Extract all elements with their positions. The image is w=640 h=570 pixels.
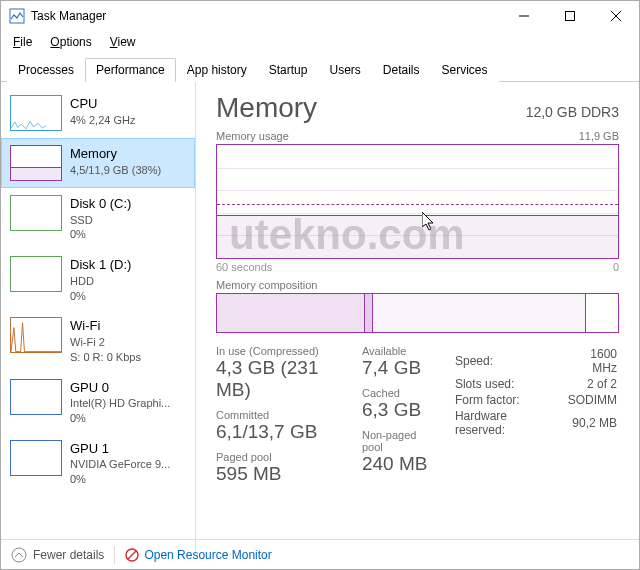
chart-time-left: 60 seconds xyxy=(216,261,272,273)
stat-label-committed: Committed xyxy=(216,409,338,421)
sidebar-item-label: Disk 0 (C:) xyxy=(70,195,131,213)
close-button[interactable] xyxy=(593,1,639,31)
stat-value-nonpaged: 240 MB xyxy=(362,453,429,475)
cpu-thumbnail-chart xyxy=(10,95,62,131)
chart-time-right: 0 xyxy=(613,261,619,273)
window-title: Task Manager xyxy=(31,9,501,23)
tab-services[interactable]: Services xyxy=(431,58,499,82)
usage-chart-max: 11,9 GB xyxy=(579,130,619,142)
minimize-button[interactable] xyxy=(501,1,547,31)
composition-chart-label: Memory composition xyxy=(216,279,317,291)
sidebar-item-cpu[interactable]: CPU 4% 2,24 GHz xyxy=(1,88,195,138)
performance-sidebar: CPU 4% 2,24 GHz Memory 4,5/11,9 GB (38%)… xyxy=(1,82,196,555)
stat-value-available: 7,4 GB xyxy=(362,357,429,379)
stat-value-committed: 6,1/13,7 GB xyxy=(216,421,338,443)
sidebar-item-gpu0[interactable]: GPU 0 Intel(R) HD Graphi... 0% xyxy=(1,372,195,433)
sidebar-item-detail: NVIDIA GeForce 9... xyxy=(70,457,170,472)
task-manager-icon xyxy=(9,8,25,24)
sidebar-item-detail: SSD xyxy=(70,213,131,228)
tab-details[interactable]: Details xyxy=(372,58,431,82)
page-title: Memory xyxy=(216,92,317,124)
sidebar-item-wifi[interactable]: Wi-Fi Wi-Fi 2 S: 0 R: 0 Kbps xyxy=(1,310,195,371)
sidebar-item-detail: 4,5/11,9 GB (38%) xyxy=(70,163,161,178)
tab-startup[interactable]: Startup xyxy=(258,58,319,82)
sidebar-item-detail: HDD xyxy=(70,274,131,289)
svg-rect-2 xyxy=(566,12,575,21)
info-label-form: Form factor: xyxy=(455,393,563,407)
menubar: File Options View xyxy=(1,31,639,53)
fewer-details-button[interactable]: Fewer details xyxy=(11,547,104,563)
usage-chart-label: Memory usage xyxy=(216,130,289,142)
stat-value-cached: 6,3 GB xyxy=(362,399,429,421)
sidebar-item-label: Memory xyxy=(70,145,161,163)
sidebar-item-label: Disk 1 (D:) xyxy=(70,256,131,274)
stat-label-available: Available xyxy=(362,345,429,357)
titlebar: Task Manager xyxy=(1,1,639,31)
info-label-slots: Slots used: xyxy=(455,377,563,391)
divider xyxy=(114,546,115,564)
tab-app-history[interactable]: App history xyxy=(176,58,258,82)
sidebar-item-detail2: S: 0 R: 0 Kbps xyxy=(70,350,141,365)
gpu-thumbnail-chart xyxy=(10,379,62,415)
info-label-reserved: Hardware reserved: xyxy=(455,409,563,437)
stat-label-nonpaged: Non-paged pool xyxy=(362,429,429,453)
tab-users[interactable]: Users xyxy=(318,58,371,82)
sidebar-item-detail: 4% 2,24 GHz xyxy=(70,113,135,128)
sidebar-item-detail2: 0% xyxy=(70,289,131,304)
svg-point-5 xyxy=(12,548,26,562)
menu-options[interactable]: Options xyxy=(42,33,99,51)
info-value-form: SODIMM xyxy=(565,393,617,407)
svg-line-7 xyxy=(128,551,136,559)
stat-label-cached: Cached xyxy=(362,387,429,399)
footer-bar: Fewer details Open Resource Monitor xyxy=(1,539,639,569)
info-value-speed: 1600 MHz xyxy=(565,347,617,375)
stat-label-inuse: In use (Compressed) xyxy=(216,345,338,357)
sidebar-item-detail: Wi-Fi 2 xyxy=(70,335,141,350)
info-value-reserved: 90,2 MB xyxy=(565,409,617,437)
sidebar-item-detail: Intel(R) HD Graphi... xyxy=(70,396,170,411)
disk-thumbnail-chart xyxy=(10,195,62,231)
sidebar-item-disk0[interactable]: Disk 0 (C:) SSD 0% xyxy=(1,188,195,249)
memory-thumbnail-chart xyxy=(10,145,62,181)
gpu-thumbnail-chart xyxy=(10,440,62,476)
sidebar-item-gpu1[interactable]: GPU 1 NVIDIA GeForce 9... 0% xyxy=(1,433,195,494)
stat-label-paged: Paged pool xyxy=(216,451,338,463)
memory-info-table: Speed:1600 MHz Slots used:2 of 2 Form fa… xyxy=(453,345,619,439)
sidebar-item-detail2: 0% xyxy=(70,227,131,242)
sidebar-item-label: GPU 0 xyxy=(70,379,170,397)
sidebar-item-label: CPU xyxy=(70,95,135,113)
info-value-slots: 2 of 2 xyxy=(565,377,617,391)
sidebar-item-disk1[interactable]: Disk 1 (D:) HDD 0% xyxy=(1,249,195,310)
tab-bar: Processes Performance App history Startu… xyxy=(1,53,639,82)
tab-performance[interactable]: Performance xyxy=(85,58,176,82)
memory-capacity: 12,0 GB DDR3 xyxy=(526,104,619,120)
watermark-text: utekno.com xyxy=(229,211,465,259)
sidebar-item-label: GPU 1 xyxy=(70,440,170,458)
sidebar-item-detail2: 0% xyxy=(70,411,170,426)
tab-processes[interactable]: Processes xyxy=(7,58,85,82)
info-label-speed: Speed: xyxy=(455,347,563,375)
stat-value-inuse: 4,3 GB (231 MB) xyxy=(216,357,338,401)
sidebar-item-detail2: 0% xyxy=(70,472,170,487)
disk-thumbnail-chart xyxy=(10,256,62,292)
menu-view[interactable]: View xyxy=(102,33,144,51)
maximize-button[interactable] xyxy=(547,1,593,31)
sidebar-item-label: Wi-Fi xyxy=(70,317,141,335)
open-resource-monitor-label: Open Resource Monitor xyxy=(144,548,271,562)
stat-value-paged: 595 MB xyxy=(216,463,338,485)
memory-composition-chart xyxy=(216,293,619,333)
fewer-details-label: Fewer details xyxy=(33,548,104,562)
wifi-thumbnail-chart xyxy=(10,317,62,353)
menu-file[interactable]: File xyxy=(5,33,40,51)
sidebar-item-memory[interactable]: Memory 4,5/11,9 GB (38%) xyxy=(1,138,195,188)
resource-monitor-icon xyxy=(125,548,139,562)
chevron-up-circle-icon xyxy=(11,547,27,563)
memory-detail-panel: Memory 12,0 GB DDR3 Memory usage 11,9 GB… xyxy=(196,82,639,555)
open-resource-monitor-link[interactable]: Open Resource Monitor xyxy=(125,548,271,562)
